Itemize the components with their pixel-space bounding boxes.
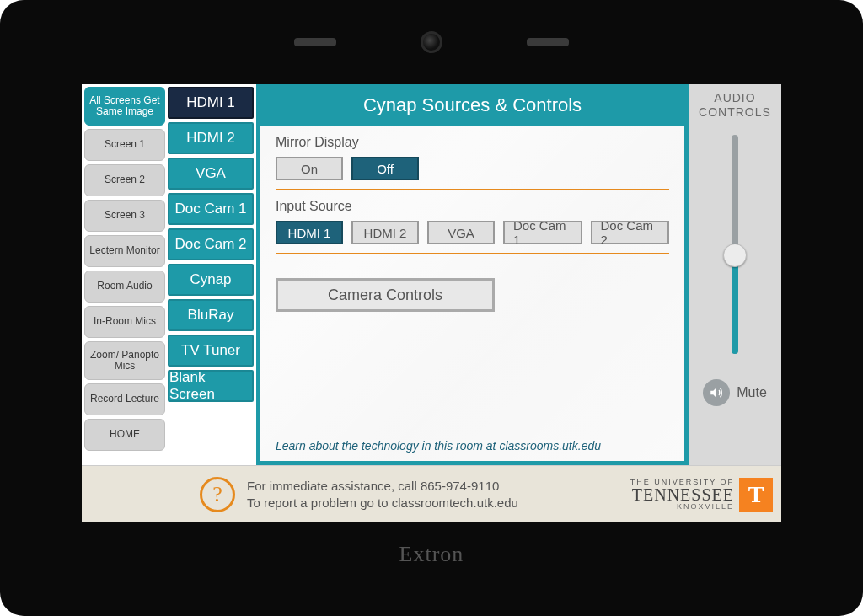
university-logo: THE UNIVERSITY OF TENNESSEE KNOXVILLE T [630, 478, 773, 512]
speaker-icon[interactable] [703, 379, 730, 406]
nav-column: All Screens Get Same Image Screen 1 Scre… [82, 84, 165, 465]
footer-bar: ? For immediate assistance, call 865-974… [82, 465, 781, 522]
source-hdmi-2[interactable]: HDMI 2 [168, 122, 254, 154]
speaker-left-icon [294, 38, 336, 46]
source-hdmi-1[interactable]: HDMI 1 [168, 87, 254, 119]
help-text: For immediate assistance, call 865-974-9… [247, 478, 518, 511]
source-doc-cam-1[interactable]: Doc Cam 1 [168, 193, 254, 225]
divider-2 [276, 253, 669, 254]
mirror-off-button[interactable]: Off [351, 157, 419, 180]
source-tv-tuner[interactable]: TV Tuner [168, 335, 254, 367]
source-bluray[interactable]: BluRay [168, 299, 254, 331]
learn-more-text: Learn about the technology in this room … [276, 439, 669, 453]
source-blank-screen[interactable]: Blank Screen [168, 370, 254, 402]
source-cynap[interactable]: Cynap [168, 264, 254, 296]
divider-1 [276, 189, 669, 190]
input-hdmi-2[interactable]: HDMI 2 [351, 221, 419, 244]
volume-thumb[interactable] [723, 244, 747, 267]
input-doc-cam-2[interactable]: Doc Cam 2 [591, 221, 670, 244]
nav-home[interactable]: HOME [84, 419, 165, 451]
input-hdmi-1[interactable]: HDMI 1 [276, 221, 343, 244]
input-doc-cam-1[interactable]: Doc Cam 1 [503, 221, 582, 244]
nav-screen-1[interactable]: Screen 1 [84, 129, 165, 161]
volume-slider[interactable] [722, 135, 748, 354]
speaker-right-icon [527, 38, 569, 46]
nav-room-audio[interactable]: Room Audio [84, 271, 165, 303]
bezel-top [0, 0, 863, 84]
input-source-label: Input Source [276, 199, 669, 214]
camera-icon [421, 31, 442, 53]
page-title: Cynap Sources & Controls [256, 84, 689, 126]
university-sub-text: KNOXVILLE [630, 503, 734, 511]
nav-screen-3[interactable]: Screen 3 [84, 200, 165, 232]
tennessee-t-icon: T [739, 478, 773, 512]
device-brand: Extron [399, 542, 464, 567]
audio-column: AUDIO CONTROLS Mute [689, 84, 781, 465]
camera-controls-button[interactable]: Camera Controls [276, 278, 495, 312]
source-column: HDMI 1 HDMI 2 VGA Doc Cam 1 Doc Cam 2 Cy… [165, 84, 256, 465]
nav-screen-2[interactable]: Screen 2 [84, 164, 165, 196]
nav-zoom-panopto-mics[interactable]: Zoom/ Panopto Mics [84, 341, 165, 380]
bezel-bottom: Extron [0, 522, 863, 586]
source-vga[interactable]: VGA [168, 158, 254, 190]
nav-lectern-monitor[interactable]: Lectern Monitor [84, 235, 165, 267]
university-main-text: TENNESSEE [630, 486, 734, 503]
mirror-display-label: Mirror Display [276, 135, 669, 150]
nav-in-room-mics[interactable]: In-Room Mics [84, 306, 165, 338]
volume-fill [732, 255, 738, 354]
help-icon: ? [200, 477, 235, 512]
device-frame: All Screens Get Same Image Screen 1 Scre… [0, 0, 863, 616]
mirror-on-button[interactable]: On [276, 157, 343, 180]
audio-controls-title: AUDIO CONTROLS [699, 91, 771, 120]
touch-screen: All Screens Get Same Image Screen 1 Scre… [82, 84, 781, 522]
mute-button[interactable]: Mute [737, 385, 767, 400]
source-doc-cam-2[interactable]: Doc Cam 2 [168, 228, 254, 260]
content-area: Cynap Sources & Controls Mirror Display … [256, 84, 689, 465]
input-vga[interactable]: VGA [427, 221, 495, 244]
nav-all-screens[interactable]: All Screens Get Same Image [84, 87, 165, 126]
nav-record-lecture[interactable]: Record Lecture [84, 383, 165, 415]
